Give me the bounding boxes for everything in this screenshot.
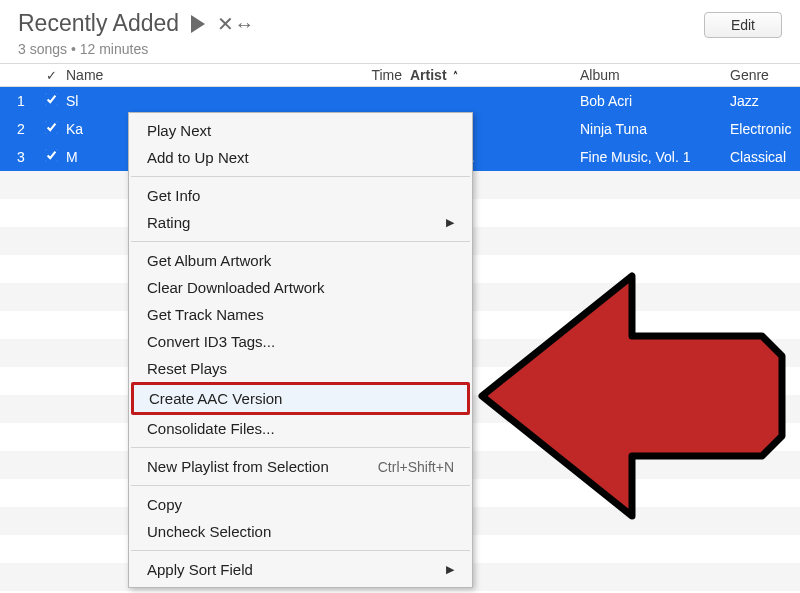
row-genre: Electronic	[730, 121, 800, 137]
col-artist[interactable]: Artist ˄	[410, 67, 580, 83]
menu-get-artwork[interactable]: Get Album Artwork	[129, 247, 472, 274]
col-genre[interactable]: Genre	[730, 67, 800, 83]
row-number: 3	[0, 149, 42, 165]
context-menu: Play Next Add to Up Next Get Info Rating…	[128, 112, 473, 588]
menu-uncheck[interactable]: Uncheck Selection	[129, 518, 472, 545]
menu-convert-id3[interactable]: Convert ID3 Tags...	[129, 328, 472, 355]
menu-add-up-next[interactable]: Add to Up Next	[129, 144, 472, 171]
playlist-title: Recently Added	[18, 10, 179, 37]
play-icon[interactable]	[191, 15, 205, 33]
menu-label: Uncheck Selection	[147, 523, 271, 540]
menu-create-aac[interactable]: Create AAC Version	[131, 382, 470, 415]
menu-label: Consolidate Files...	[147, 420, 275, 437]
edit-button[interactable]: Edit	[704, 12, 782, 38]
chevron-right-icon: ▶	[446, 563, 454, 576]
menu-label: Add to Up Next	[147, 149, 249, 166]
row-checkbox[interactable]	[42, 149, 60, 165]
menu-separator	[131, 447, 470, 448]
menu-label: Reset Plays	[147, 360, 227, 377]
playlist-subtitle: 3 songs • 12 minutes	[18, 41, 254, 57]
row-genre: Classical	[730, 149, 800, 165]
row-number: 2	[0, 121, 42, 137]
menu-consolidate[interactable]: Consolidate Files...	[129, 415, 472, 442]
row-album: Ninja Tuna	[580, 121, 730, 137]
menu-shortcut: Ctrl+Shift+N	[378, 459, 454, 475]
header-left: Recently Added ✕↔ 3 songs • 12 minutes	[18, 10, 254, 57]
menu-play-next[interactable]: Play Next	[129, 117, 472, 144]
menu-separator	[131, 485, 470, 486]
col-check[interactable]: ✓	[42, 68, 60, 83]
row-album: Fine Music, Vol. 1	[580, 149, 730, 165]
header: Recently Added ✕↔ 3 songs • 12 minutes E…	[0, 0, 800, 63]
menu-clear-artwork[interactable]: Clear Downloaded Artwork	[129, 274, 472, 301]
menu-separator	[131, 550, 470, 551]
menu-new-playlist[interactable]: New Playlist from SelectionCtrl+Shift+N	[129, 453, 472, 480]
title-row: Recently Added ✕↔	[18, 10, 254, 37]
chevron-right-icon: ▶	[446, 216, 454, 229]
menu-label: New Playlist from Selection	[147, 458, 329, 475]
menu-label: Play Next	[147, 122, 211, 139]
menu-label: Get Track Names	[147, 306, 264, 323]
menu-label: Get Album Artwork	[147, 252, 271, 269]
menu-reset-plays[interactable]: Reset Plays	[129, 355, 472, 382]
row-checkbox[interactable]	[42, 93, 60, 109]
column-headers[interactable]: ✓ Name Time Artist ˄ Album Genre	[0, 63, 800, 87]
menu-copy[interactable]: Copy	[129, 491, 472, 518]
col-time[interactable]: Time	[350, 67, 410, 83]
menu-rating[interactable]: Rating▶	[129, 209, 472, 236]
menu-label: Clear Downloaded Artwork	[147, 279, 325, 296]
col-artist-label: Artist	[410, 67, 447, 83]
menu-label: Get Info	[147, 187, 200, 204]
menu-get-info[interactable]: Get Info	[129, 182, 472, 209]
menu-label: Apply Sort Field	[147, 561, 253, 578]
menu-apply-sort[interactable]: Apply Sort Field▶	[129, 556, 472, 583]
menu-separator	[131, 241, 470, 242]
table-row[interactable]: 1 Sl Bob Acri Jazz	[0, 87, 800, 115]
menu-track-names[interactable]: Get Track Names	[129, 301, 472, 328]
sort-caret-icon: ˄	[453, 70, 458, 81]
row-genre: Jazz	[730, 93, 800, 109]
menu-separator	[131, 176, 470, 177]
menu-label: Convert ID3 Tags...	[147, 333, 275, 350]
menu-label: Rating	[147, 214, 190, 231]
row-name: Sl	[60, 93, 350, 109]
menu-label: Create AAC Version	[149, 390, 282, 407]
row-checkbox[interactable]	[42, 121, 60, 137]
row-number: 1	[0, 93, 42, 109]
menu-label: Copy	[147, 496, 182, 513]
shuffle-icon[interactable]: ✕↔	[217, 12, 254, 36]
row-album: Bob Acri	[580, 93, 730, 109]
col-album[interactable]: Album	[580, 67, 730, 83]
col-name[interactable]: Name	[60, 67, 350, 83]
